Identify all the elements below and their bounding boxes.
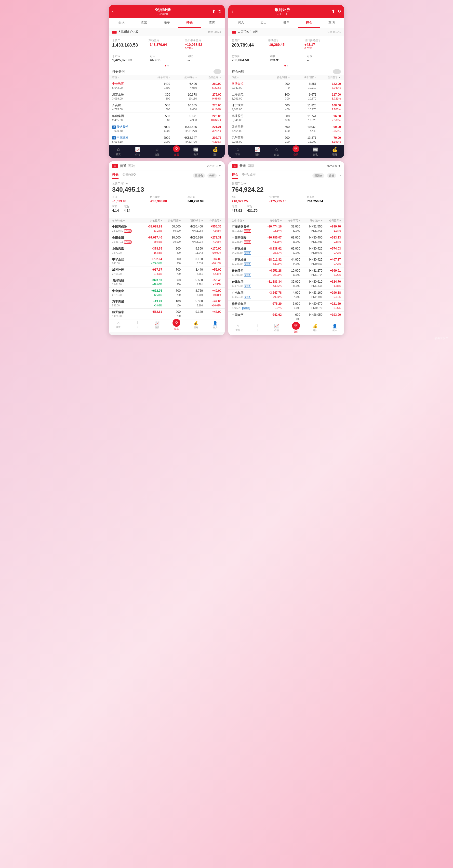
tab-query[interactable]: 查询 bbox=[201, 18, 223, 28]
stock-row[interactable]: 中石化油服 -18,011.82 44,000 HK$0.425 +407.37… bbox=[228, 256, 344, 268]
nav-market[interactable]: 📈 行情 bbox=[248, 147, 267, 156]
nav-watchlist[interactable]: ☆ 自选 bbox=[267, 147, 286, 156]
nav-trade[interactable]: 交 交易 bbox=[167, 147, 186, 156]
nav-account[interactable]: 👤 账户 bbox=[205, 321, 225, 331]
stock-row[interactable]: 万丰奥威 +19.99 100 5.380 +49.00 538.00 +3.8… bbox=[109, 298, 225, 309]
stock-row[interactable]: 港鞍钢股份 6000 HK$1.535 221.21 7,020.70 6000… bbox=[109, 123, 225, 134]
market-cap-label: 总市值 bbox=[112, 55, 146, 58]
stock-row[interactable]: 金隅集团 -67,017.40 30,000 HK$0.610 +278.31 … bbox=[109, 234, 225, 245]
tab-buy[interactable]: 买入 bbox=[230, 18, 252, 28]
stock-row[interactable]: 贵州轮胎 +323.59 360 5.680 +50.40 2,044.80 +… bbox=[109, 277, 225, 287]
stock-row[interactable]: 金隅集团 -31,883.34 35,000 HK$0.610 +324.70 … bbox=[228, 278, 344, 289]
stock-row[interactable]: 国盛金控 200 8.851 122.00 2,142.00 0 10.710 … bbox=[228, 80, 344, 91]
toggle-button[interactable] bbox=[214, 69, 221, 74]
stock-pos2: 600 bbox=[263, 129, 289, 132]
nav-info[interactable]: i i bbox=[128, 321, 147, 331]
toggle-button[interactable] bbox=[333, 69, 341, 74]
nav-trade[interactable]: 交 交易 bbox=[167, 321, 186, 331]
tab-query[interactable]: 查询 bbox=[320, 18, 343, 28]
stock-row[interactable]: 上海机电 300 9.671 117.00 3,261.00 300 10.87… bbox=[228, 91, 344, 102]
back-icon[interactable]: ‹ bbox=[112, 9, 114, 14]
section-header: 持仓分时 bbox=[228, 67, 344, 75]
stock-row[interactable]: 航天信息 -562.61 200 9.120 +48.00 1,024.00 2… bbox=[109, 309, 225, 319]
stock-val: 3,039.00 bbox=[112, 97, 143, 100]
tab-position[interactable]: 持仓 bbox=[178, 18, 201, 28]
stock-name: 外高桥 bbox=[112, 103, 143, 107]
nav-finance[interactable]: 💰 理财 bbox=[205, 147, 225, 156]
clear-position-btn[interactable]: 已清仓 bbox=[193, 173, 205, 178]
tab-position[interactable]: 持仓 bbox=[298, 18, 320, 28]
stock-row[interactable]: 外高桥 500 10.605 275.00 4,725.00 500 9.450… bbox=[109, 102, 225, 113]
stock-row[interactable]: 中国再保险 -38,028.88 60,000 HK$0.400 +555.36… bbox=[109, 223, 225, 234]
nav-news[interactable]: 📰 资讯 bbox=[186, 147, 205, 156]
stock-row[interactable]: 中华企业 +702.64 300 3.160 +87.00 948.00 +28… bbox=[109, 256, 225, 267]
more-icon[interactable]: ··· bbox=[219, 174, 221, 177]
nav-market[interactable]: 📈 行情 bbox=[128, 147, 147, 156]
stock-row[interactable]: 鞍钢股份 -4,551.28 10,000 HK$1.270 +369.91 1… bbox=[228, 268, 344, 278]
stock-price: 11.290 bbox=[289, 140, 316, 143]
stock-row[interactable]: 中国再保险 -36,785.07 63,000 HK$0.400 +583.13… bbox=[228, 234, 344, 245]
stock-row[interactable]: 广汽集团 -3,247.78 4,000 HK$3.160 +296.18 11… bbox=[228, 289, 344, 301]
nav-market[interactable]: 📈 行情 bbox=[267, 324, 286, 333]
secondary-stats: 总市值 206,064.50 可用 723.91 可取 -- bbox=[228, 54, 344, 64]
stock-row[interactable]: 港中国建材 2000 HK$3.347 202.77 5,014.10 2000… bbox=[109, 134, 225, 145]
stock-pos2: 400 bbox=[263, 108, 289, 111]
nav-home[interactable]: ⌂ 首页 bbox=[109, 147, 128, 156]
tab-delegate[interactable]: 委托/成交 bbox=[122, 173, 136, 179]
stock-row[interactable]: 城投控股 -917.67 700 3.440 +56.00 2,408.00 -… bbox=[109, 267, 225, 277]
day-pnl-value: +48.17 bbox=[305, 43, 341, 46]
dropdown-icon[interactable]: ▼ bbox=[218, 164, 221, 168]
nav-account[interactable]: 👤 账户 bbox=[325, 324, 344, 333]
stock-row[interactable]: 中石化油服 -8,338.62 62,000 HK$0.425 +574.03 … bbox=[228, 245, 344, 256]
nav-market[interactable]: 📈 行情 bbox=[147, 321, 167, 331]
nav-news[interactable]: 📰 资讯 bbox=[306, 147, 325, 156]
share-icon[interactable]: ⬆ bbox=[332, 9, 335, 14]
stock-row[interactable]: 中金黄金 +672.76 700 8.750 +49.00 6,125.00 +… bbox=[109, 287, 225, 298]
eye-icon[interactable]: 👁 bbox=[125, 182, 128, 185]
nav-home[interactable]: ⌂ 首页 bbox=[228, 147, 248, 156]
tab-cancel[interactable]: 撤单 bbox=[155, 18, 178, 28]
stock-row[interactable]: 风华高科 200 13.371 70.00 2,258.00 200 11.29… bbox=[228, 134, 344, 145]
nav-home[interactable]: ⌂ 首页 bbox=[228, 324, 248, 333]
back-icon[interactable]: ‹ bbox=[232, 9, 233, 14]
stock-val: 17,235.79 深港通 bbox=[232, 262, 259, 266]
analysis-btn[interactable]: 分析 bbox=[327, 173, 336, 178]
share-icon[interactable]: ⬆ bbox=[212, 9, 215, 14]
stock-row[interactable]: 华建集团 500 5.871 225.00 2,465.00 500 4.930… bbox=[109, 113, 225, 123]
chart-icon: 📈 bbox=[254, 147, 260, 152]
nav-finance[interactable]: 💰 理财 bbox=[325, 147, 344, 156]
nav-finance[interactable]: 💰 理财 bbox=[186, 321, 205, 331]
nav-trade[interactable]: 交 交易 bbox=[286, 324, 306, 333]
stock-row[interactable]: 雅居乐集团 -275.29 6,000 HK$0.670 +221.59 3,7… bbox=[228, 301, 344, 312]
stock-row[interactable]: 辽宁成大 400 11.826 108.00 4,108.00 400 10.2… bbox=[228, 102, 344, 113]
more-icon[interactable]: ··· bbox=[339, 174, 341, 177]
tab-cancel[interactable]: 撤单 bbox=[275, 18, 298, 28]
nav-info[interactable]: i i bbox=[248, 324, 267, 333]
stock-row[interactable]: 中国太平 -242.62 600 HK$6.050 +193.90 600 bbox=[228, 312, 344, 322]
dropdown-icon[interactable]: ▼ bbox=[338, 164, 341, 168]
tab-sell[interactable]: 卖出 bbox=[252, 18, 275, 28]
nav-watchlist[interactable]: ☆ 自选 bbox=[147, 147, 167, 156]
eye-icon[interactable]: 👁 bbox=[245, 182, 247, 185]
stock-name: 四维图新 bbox=[232, 125, 263, 129]
tab-sell[interactable]: 卖出 bbox=[133, 18, 155, 28]
stock-row[interactable]: 四维图新 600 10.063 90.00 4,464.00 600 7.440… bbox=[228, 123, 344, 134]
refresh-icon[interactable]: ↻ bbox=[338, 9, 341, 14]
tab-position[interactable]: 持仓 bbox=[112, 172, 118, 179]
stock-price: 9.350 bbox=[180, 247, 203, 251]
stock-pnl: 108.00 bbox=[316, 104, 341, 107]
nav-trade[interactable]: 交 交易 bbox=[286, 147, 306, 156]
stock-row[interactable]: 上海凤凰 -378.35 200 9.350 +170.00 1,870.00 … bbox=[109, 245, 225, 256]
stock-row[interactable]: 锡业股份 300 11.741 96.00 3,846.00 300 12.82… bbox=[228, 113, 344, 123]
tab-buy[interactable]: 买入 bbox=[110, 18, 133, 28]
analysis-btn[interactable]: 分析 bbox=[207, 173, 217, 178]
refresh-icon[interactable]: ↻ bbox=[218, 9, 221, 14]
stock-row[interactable]: 中公教育 1400 6.406 280.00 5,642.00 1400 4.0… bbox=[109, 80, 225, 91]
clear-position-btn[interactable]: 已清仓 bbox=[312, 173, 324, 178]
tab-delegate[interactable]: 委托/成交 bbox=[242, 173, 256, 179]
nav-finance[interactable]: 💰 理财 bbox=[306, 324, 325, 333]
nav-home[interactable]: ⌂ 首页 bbox=[109, 321, 128, 331]
tab-position[interactable]: 持仓 bbox=[232, 172, 238, 179]
stock-row[interactable]: 浦东金桥 300 10.678 276.00 3,039.00 300 10.1… bbox=[109, 91, 225, 102]
stock-row[interactable]: 广深铁路股份 -10,474.16 32,000 HK$1.550 +889.7… bbox=[228, 223, 344, 234]
